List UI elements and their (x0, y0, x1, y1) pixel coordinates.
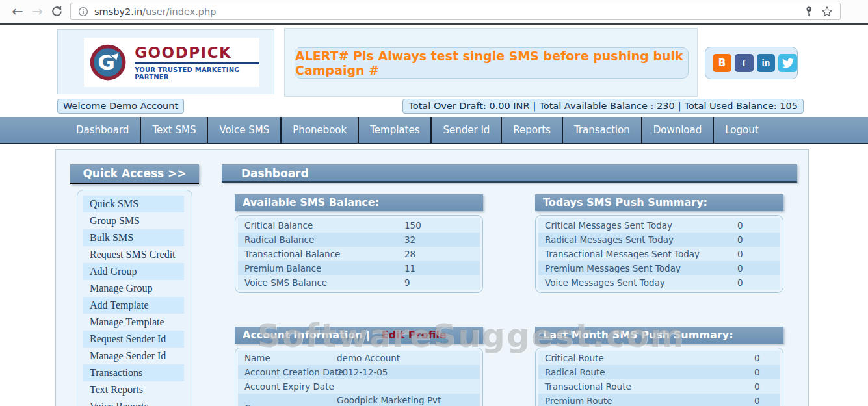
row-value: 28 (404, 249, 415, 259)
table-row: Namedemo Account (238, 351, 480, 365)
nav-item-phonebook[interactable]: Phonebook (280, 117, 358, 143)
row-label: Name (238, 353, 337, 363)
url-path: /user/index.php (142, 6, 216, 17)
table-row: Radical Balance32 (238, 233, 480, 247)
row-value: 0 (754, 381, 760, 392)
table-row: Critical Balance150 (238, 218, 480, 233)
panel-title: Todays SMS Push Summary: (543, 194, 707, 211)
row-value: 32 (404, 235, 415, 245)
row-label: Critical Route (538, 353, 754, 363)
table-row: Account Expiry Date (238, 379, 480, 394)
nav-item-reports[interactable]: Reports (501, 117, 562, 143)
available-balance-text: Total Available Balance : 230 (539, 101, 674, 111)
page-info-icon[interactable] (77, 6, 89, 18)
reload-icon[interactable] (47, 5, 66, 18)
svg-text:G: G (98, 50, 115, 75)
panel-header: Last Month SMS Push Summary: (535, 327, 783, 344)
back-icon[interactable]: ← (8, 1, 27, 23)
logo-text: GOODPICK YOUR TRUSTED MARKETING PARTNER (135, 45, 259, 81)
page: ← → smsby2.in/user/index.php (0, 0, 868, 406)
sidebar-item-group-sms[interactable]: Group SMS (83, 212, 184, 229)
blogger-icon[interactable]: B (713, 54, 731, 72)
row-label: Transactional Messages Sent Today (538, 249, 737, 259)
sidebar-item-transactions[interactable]: Transactions (83, 364, 184, 381)
row-label: Voice SMS Balance (238, 277, 404, 288)
nav-item-transaction[interactable]: Transaction (562, 117, 641, 143)
brand-tagline: YOUR TRUSTED MARKETING PARTNER (135, 66, 259, 81)
sidebar-item-quick-sms[interactable]: Quick SMS (83, 196, 184, 212)
sidebar-item-manage-template[interactable]: Manage Template (83, 314, 184, 331)
table-row: Transactional Balance28 (238, 247, 480, 261)
panel-title: Available SMS Balance: (243, 194, 379, 211)
sidebar-item-voice-reports[interactable]: Voice Reports (83, 398, 184, 406)
row-label: Account Expiry Date (238, 381, 337, 392)
sidebar-item-add-template[interactable]: Add Template (83, 297, 184, 314)
panel-title: Account Information | (243, 327, 370, 344)
panel-header: Available SMS Balance: (235, 194, 483, 211)
twitter-icon[interactable] (778, 54, 797, 72)
facebook-icon[interactable]: f (735, 54, 754, 72)
sidebar-item-request-sender-id[interactable]: Request Sender Id (83, 331, 184, 348)
facebook-glyph: f (743, 58, 746, 69)
nav-item-dashboard[interactable]: Dashboard (65, 117, 140, 143)
row-value: 2012-12-05 (337, 367, 388, 377)
forward-icon[interactable]: → (27, 1, 47, 23)
row-value: 0 (754, 367, 760, 377)
sidebar-item-manage-sender-id[interactable]: Manage Sender Id (83, 348, 184, 364)
row-value: 0 (737, 220, 743, 231)
sidebar-item-text-reports[interactable]: Text Reports (83, 381, 184, 398)
table-row: Critical Route0 (538, 351, 780, 365)
row-label: Premium Messages Sent Today (538, 263, 737, 273)
brand-name: GOODPICK (135, 45, 259, 60)
quick-access-menu: Quick SMS Group SMS Bulk SMS Request SMS… (77, 190, 192, 406)
row-label: Premium Balance (238, 263, 404, 273)
alert-banner: ALERT# Pls Always test single SMS before… (295, 47, 689, 79)
address-bar[interactable]: smsby2.in/user/index.php (70, 3, 841, 20)
logo: G GOODPICK YOUR TRUSTED MARKETING PARTNE… (84, 38, 259, 87)
content-wrapper: Quick Access >> Quick SMS Group SMS Bulk… (55, 149, 809, 406)
sidebar-item-request-sms-credit[interactable]: Request SMS Credit (83, 246, 184, 263)
table-row: Radical Route0 (538, 365, 780, 379)
table-row: Radical Messages Sent Today0 (538, 233, 780, 247)
nav-item-download[interactable]: Download (641, 117, 713, 143)
account-information-panel: Account Information | Edit Profile Named… (235, 327, 483, 406)
blogger-glyph: B (718, 57, 726, 69)
row-label: Critical Messages Sent Today (538, 220, 737, 231)
row-value: 9 (404, 277, 410, 288)
nav-item-sender-id[interactable]: Sender Id (430, 117, 501, 143)
nav-item-logout[interactable]: Logout (713, 117, 769, 143)
row-label: Account Creation Date (238, 367, 337, 377)
page-title: Dashboard (222, 164, 797, 183)
nav-item-voice-sms[interactable]: Voice SMS (207, 117, 280, 143)
main-navigation: Dashboard Text SMS Voice SMS Phonebook T… (0, 117, 868, 144)
nav-item-templates[interactable]: Templates (358, 117, 430, 143)
alert-text: ALERT# Pls Always test single SMS before… (295, 49, 688, 77)
separator: | (530, 101, 540, 111)
row-value: 0 (754, 396, 760, 406)
url-text: smsby2.in/user/index.php (94, 5, 216, 18)
sidebar-item-bulk-sms[interactable]: Bulk SMS (83, 229, 184, 246)
table-row: Premium Balance11 (238, 261, 480, 275)
linkedin-icon[interactable]: in (757, 54, 776, 72)
panel-body: Critical Route0 Radical Route0 Transacti… (535, 348, 783, 406)
last-month-sms-push-summary-panel: Last Month SMS Push Summary: Critical Ro… (535, 327, 783, 406)
row-label: Transactional Balance (238, 249, 404, 259)
nav-item-text-sms[interactable]: Text SMS (140, 117, 207, 143)
sidebar-item-add-group[interactable]: Add Group (83, 263, 184, 280)
row-value: 0 (737, 249, 743, 259)
bookmark-star-icon[interactable] (821, 5, 834, 18)
row-value: 0 (737, 235, 743, 245)
quick-access-header: Quick Access >> (70, 164, 199, 184)
welcome-text: Welcome Demo Account (63, 101, 178, 111)
table-row: Critical Messages Sent Today0 (538, 218, 780, 233)
overdraft-text: Total Over Draft: 0.00 INR (408, 101, 529, 111)
edit-profile-link[interactable]: Edit Profile (382, 327, 447, 344)
row-label: Radical Messages Sent Today (538, 235, 737, 245)
panel-header: Todays SMS Push Summary: (535, 194, 783, 211)
table-row: CompanyGoodpick Marketing Pvt (238, 394, 480, 406)
social-panel: B f in (705, 47, 798, 79)
password-key-icon[interactable] (804, 6, 815, 18)
sidebar-item-manage-group[interactable]: Manage Group (83, 280, 184, 297)
table-row: Premium Route0 (538, 394, 780, 406)
alert-panel: ALERT# Pls Always test single SMS before… (284, 28, 698, 97)
